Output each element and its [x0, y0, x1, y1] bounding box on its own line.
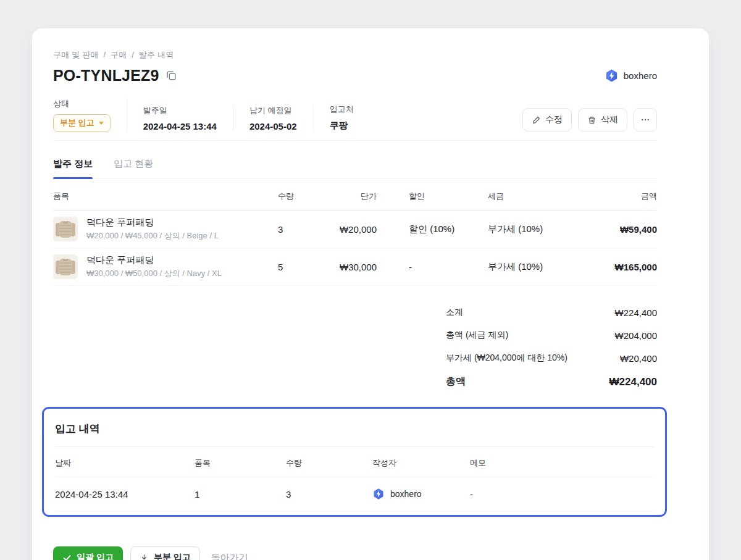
summary-total-ex-tax: 총액 (세금 제외) ₩204,000	[446, 325, 657, 346]
summary-total: 총액 ₩224,400	[446, 370, 657, 393]
item-qty: 5	[278, 262, 337, 272]
receive-partial-label: 부분 입고	[154, 552, 191, 560]
breadcrumb-separator: /	[132, 50, 134, 59]
tab-order-info[interactable]: 발주 정보	[53, 158, 93, 178]
order-date-label: 발주일	[143, 105, 217, 116]
subtotal-label: 소계	[446, 307, 463, 318]
product-name: 덕다운 푸퍼패딩	[86, 254, 222, 266]
purchase-order-card: 구매 및 판매 / 구매 / 발주 내역 PO-TYNLJEZ9 boxhero…	[32, 28, 709, 560]
page-title: PO-TYNLJEZ9	[53, 67, 159, 85]
receiving-date: 2024-04-25 13:44	[55, 489, 195, 499]
author-name: boxhero	[390, 489, 422, 499]
breadcrumb-item[interactable]: 발주 내역	[139, 50, 174, 59]
total-ex-tax-label: 총액 (세금 제외)	[446, 330, 508, 341]
ellipsis-icon	[640, 115, 650, 125]
product-image	[53, 254, 78, 279]
receiving-qty: 3	[286, 489, 372, 499]
meta-supplier: 입고처 쿠팡	[330, 104, 370, 132]
product-spec: ₩20,000 / ₩45,000 / 상의 / Beige / L	[86, 230, 219, 241]
item-discount: -	[409, 262, 488, 272]
col-author: 작성자	[372, 458, 470, 469]
item-price: ₩30,000	[337, 262, 409, 272]
copy-icon[interactable]	[165, 70, 177, 81]
item-row[interactable]: 덕다운 푸퍼패딩 ₩20,000 / ₩45,000 / 상의 / Beige …	[53, 211, 657, 248]
delete-label: 삭제	[601, 114, 618, 125]
status-label: 상태	[53, 98, 111, 109]
product-spec: ₩30,000 / ₩50,000 / 상의 / Navy / XL	[86, 268, 222, 279]
meta-order-date: 발주일 2024-04-25 13:44	[143, 105, 233, 132]
trash-icon	[587, 115, 597, 125]
product-image	[53, 217, 78, 241]
breadcrumb-item[interactable]: 구매 및 판매	[53, 50, 99, 59]
item-amount: ₩59,400	[579, 224, 657, 235]
col-item: 품목	[53, 191, 278, 202]
due-date-value: 2024-05-02	[249, 121, 297, 132]
receiving-row[interactable]: 2024-04-25 13:44 1 3 boxhero -	[55, 477, 655, 511]
edit-button[interactable]: 수정	[522, 108, 572, 132]
summary-vat: 부가세 (₩204,000에 대한 10%) ₩20,400	[446, 348, 657, 369]
boxhero-logo-icon	[605, 69, 619, 83]
header-divider	[53, 140, 657, 141]
breadcrumb-separator: /	[103, 50, 106, 59]
receiving-table-header: 날짜 품목 수량 작성자 메모	[55, 447, 655, 477]
check-icon	[62, 553, 72, 560]
item-tax: 부가세 (10%)	[488, 261, 579, 273]
item-price: ₩20,000	[337, 224, 409, 235]
tab-receiving-status[interactable]: 입고 현황	[114, 158, 153, 178]
breadcrumb: 구매 및 판매 / 구매 / 발주 내역	[53, 49, 657, 61]
back-link[interactable]: 돌아가기	[211, 552, 248, 560]
pencil-icon	[532, 115, 541, 125]
col-discount: 할인	[409, 191, 488, 202]
brand: boxhero	[605, 69, 657, 83]
due-date-label: 납기 예정일	[249, 105, 297, 116]
tab-bar: 발주 정보 입고 현황	[53, 158, 657, 178]
breadcrumb-item[interactable]: 구매	[111, 50, 127, 59]
item-tax: 부가세 (10%)	[488, 224, 579, 235]
total-ex-tax-value: ₩204,000	[615, 330, 657, 341]
meta-row: 상태 부분 입고 발주일 2024-04-25 13:44 납기 예정일 202…	[53, 98, 657, 132]
item-row[interactable]: 덕다운 푸퍼패딩 ₩30,000 / ₩50,000 / 상의 / Navy /…	[53, 248, 657, 286]
delete-button[interactable]: 삭제	[578, 108, 627, 132]
order-date-value: 2024-04-25 13:44	[143, 121, 217, 132]
chevron-down-icon	[99, 122, 104, 125]
vat-value: ₩20,400	[620, 353, 657, 364]
summary-subtotal: 소계 ₩224,400	[446, 302, 657, 323]
item-discount: 할인 (10%)	[409, 224, 488, 235]
col-qty: 수량	[286, 458, 372, 469]
receiving-history-title: 입고 내역	[55, 409, 655, 446]
col-tax: 세금	[488, 191, 579, 202]
total-label: 총액	[446, 375, 466, 388]
total-value: ₩224,400	[609, 376, 658, 388]
receive-partial-button[interactable]: 부분 입고	[130, 546, 200, 560]
col-amount: 금액	[579, 191, 657, 202]
more-options-button[interactable]	[634, 108, 657, 132]
vat-label: 부가세 (₩204,000에 대한 10%)	[446, 353, 567, 364]
items-table-header: 품목 수량 단가 할인 세금 금액	[53, 178, 657, 211]
receiving-author: boxhero	[372, 488, 470, 500]
order-summary: 소계 ₩224,400 총액 (세금 제외) ₩204,000 부가세 (₩20…	[446, 302, 657, 393]
download-icon	[140, 553, 149, 560]
receive-all-button[interactable]: 일괄 입고	[53, 546, 123, 560]
col-memo: 메모	[470, 458, 655, 469]
status-dropdown[interactable]: 부분 입고	[53, 114, 111, 132]
col-items: 품목	[195, 458, 286, 469]
receiving-history-section: 입고 내역 날짜 품목 수량 작성자 메모 2024-04-25 13:44 1…	[42, 407, 667, 517]
receiving-memo: -	[470, 489, 655, 499]
supplier-label: 입고처	[330, 104, 354, 115]
supplier-value: 쿠팡	[330, 120, 354, 132]
edit-label: 수정	[545, 114, 563, 125]
footer-actions: 일괄 입고 부분 입고 돌아가기	[53, 546, 657, 560]
meta-status: 상태 부분 입고	[53, 98, 127, 132]
col-qty: 수량	[278, 191, 337, 202]
title-row: PO-TYNLJEZ9 boxhero	[53, 67, 657, 85]
meta-due-date: 납기 예정일 2024-05-02	[249, 105, 314, 132]
col-price: 단가	[337, 191, 409, 202]
col-date: 날짜	[55, 458, 195, 469]
subtotal-value: ₩224,400	[615, 307, 657, 318]
author-avatar-icon	[372, 488, 385, 500]
item-qty: 3	[278, 224, 337, 235]
receive-all-label: 일괄 입고	[77, 552, 114, 560]
receiving-items: 1	[195, 489, 286, 499]
status-value: 부분 입고	[60, 117, 94, 128]
product-name: 덕다운 푸퍼패딩	[86, 217, 219, 228]
